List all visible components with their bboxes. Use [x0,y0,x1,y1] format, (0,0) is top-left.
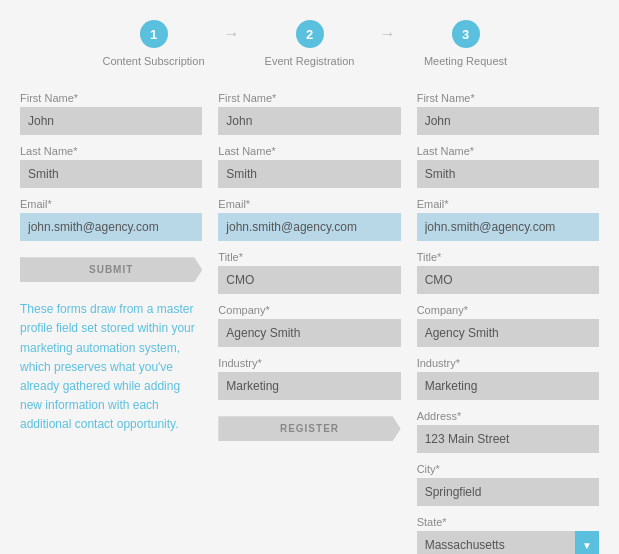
field-title-3: Title* [417,251,599,294]
label-industry-2: Industry* [218,357,400,369]
label-email-2: Email* [218,198,400,210]
input-address-3[interactable] [417,425,599,453]
step-2-circle: 2 [296,20,324,48]
label-industry-3: Industry* [417,357,599,369]
step-3: 3 Meeting Request [396,20,536,68]
progress-steps: 1 Content Subscription → 2 Event Registr… [20,20,599,68]
field-address-3: Address* [417,410,599,453]
field-lastname-3: Last Name* [417,145,599,188]
field-email-1: Email* [20,198,202,241]
input-lastname-3[interactable] [417,160,599,188]
label-lastname-1: Last Name* [20,145,202,157]
field-firstname-3: First Name* [417,92,599,135]
label-company-2: Company* [218,304,400,316]
label-email-1: Email* [20,198,202,210]
field-industry-2: Industry* [218,357,400,400]
field-lastname-1: Last Name* [20,145,202,188]
label-title-3: Title* [417,251,599,263]
label-company-3: Company* [417,304,599,316]
label-state-3: State* [417,516,599,528]
label-email-3: Email* [417,198,599,210]
step-1-circle: 1 [140,20,168,48]
field-lastname-2: Last Name* [218,145,400,188]
label-lastname-3: Last Name* [417,145,599,157]
field-firstname-1: First Name* [20,92,202,135]
step-3-label: Meeting Request [424,54,507,68]
step-2-label: Event Registration [265,54,355,68]
state-select-wrapper: Massachusetts California New York Texas … [417,531,599,554]
label-lastname-2: Last Name* [218,145,400,157]
input-industry-3[interactable] [417,372,599,400]
label-address-3: Address* [417,410,599,422]
label-firstname-3: First Name* [417,92,599,104]
register-button[interactable]: REGISTER [218,416,400,441]
input-company-2[interactable] [218,319,400,347]
input-email-3[interactable] [417,213,599,241]
input-title-2[interactable] [218,266,400,294]
arrow-1: → [224,25,240,43]
input-firstname-3[interactable] [417,107,599,135]
description-text: These forms draw from a master profile f… [20,300,200,434]
field-state-3: State* Massachusetts California New York… [417,516,599,554]
label-title-2: Title* [218,251,400,263]
input-firstname-2[interactable] [218,107,400,135]
field-email-3: Email* [417,198,599,241]
step-3-circle: 3 [452,20,480,48]
field-company-2: Company* [218,304,400,347]
field-email-2: Email* [218,198,400,241]
label-firstname-1: First Name* [20,92,202,104]
forms-container: First Name* Last Name* Email* SUBMIT The… [20,92,599,554]
submit-button-1[interactable]: SUBMIT [20,257,202,282]
input-title-3[interactable] [417,266,599,294]
step-1-label: Content Subscription [102,54,204,68]
field-industry-3: Industry* [417,357,599,400]
field-city-3: City* [417,463,599,506]
step-2: 2 Event Registration [240,20,380,68]
input-industry-2[interactable] [218,372,400,400]
label-firstname-2: First Name* [218,92,400,104]
label-city-3: City* [417,463,599,475]
arrow-2: → [380,25,396,43]
input-company-3[interactable] [417,319,599,347]
form-content-subscription: First Name* Last Name* Email* SUBMIT The… [20,92,202,434]
input-lastname-1[interactable] [20,160,202,188]
field-firstname-2: First Name* [218,92,400,135]
form-meeting-request: First Name* Last Name* Email* Title* Com… [417,92,599,554]
input-state-3[interactable]: Massachusetts California New York Texas … [417,531,599,554]
input-lastname-2[interactable] [218,160,400,188]
input-city-3[interactable] [417,478,599,506]
field-company-3: Company* [417,304,599,347]
input-email-1[interactable] [20,213,202,241]
field-title-2: Title* [218,251,400,294]
input-email-2[interactable] [218,213,400,241]
step-1: 1 Content Subscription [84,20,224,68]
input-firstname-1[interactable] [20,107,202,135]
form-event-registration: First Name* Last Name* Email* Title* Com… [218,92,400,441]
